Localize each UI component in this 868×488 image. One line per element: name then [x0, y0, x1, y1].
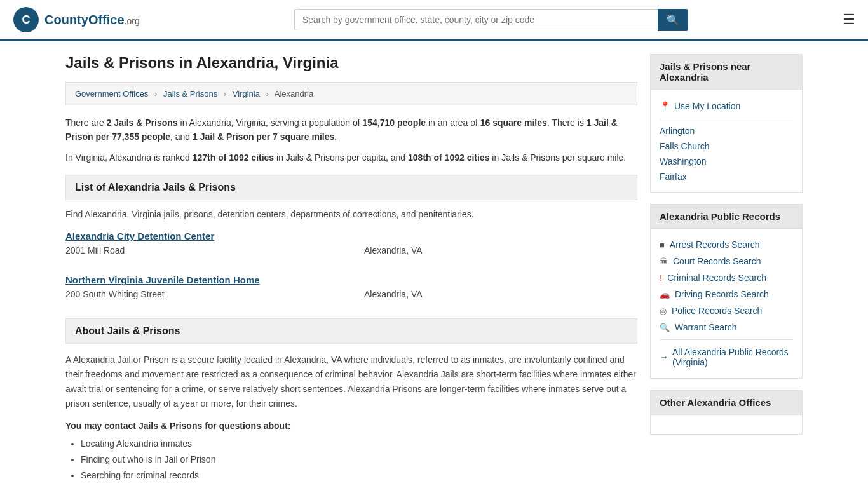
svg-text:C: C [22, 13, 31, 26]
menu-button[interactable]: ☰ [843, 11, 855, 28]
arrow-icon: → [660, 352, 668, 362]
all-records-link[interactable]: → All Alexandria Public Records (Virgini… [660, 344, 793, 370]
public-records-title: Alexandria Public Records [651, 205, 802, 229]
about-section-header: About Jails & Prisons [65, 318, 637, 344]
site-header: C CountyOffice.org 🔍 ☰ [0, 0, 868, 41]
location-icon: 📍 [660, 101, 670, 111]
breadcrumb-current: Alexandria [275, 89, 313, 98]
nearby-link-washington[interactable]: Washington [660, 154, 793, 169]
list-section-desc: Find Alexandria, Virginia jails, prisons… [65, 209, 637, 219]
facility-address: 200 South Whiting Street [65, 289, 339, 299]
pr-item: ◎ Police Records Search [660, 302, 793, 319]
pr-item: 🔍 Warrant Search [660, 319, 793, 336]
driving-icon: 🚗 [660, 290, 670, 299]
police-icon: ◎ [660, 306, 667, 316]
warrant-search-link[interactable]: Warrant Search [675, 322, 737, 332]
facility-name-link[interactable]: Northern Virginia Juvenile Detention Hom… [65, 274, 637, 285]
nearby-box: Jails & Prisons near Alexandria 📍 Use My… [650, 54, 803, 193]
list-item: Locating Alexandria inmates [81, 436, 637, 452]
pr-item: ! Criminal Records Search [660, 269, 793, 286]
pr-item: 🚗 Driving Records Search [660, 286, 793, 302]
sidebar: Jails & Prisons near Alexandria 📍 Use My… [650, 54, 803, 484]
facility-item: Northern Virginia Juvenile Detention Hom… [65, 274, 637, 306]
nearby-box-title: Jails & Prisons near Alexandria [651, 55, 802, 90]
contact-list: Locating Alexandria inmates Finding out … [65, 436, 637, 484]
intro-paragraph-2: In Virginia, Alexandria is ranked 127th … [65, 151, 637, 165]
facility-address: 2001 Mill Road [65, 245, 339, 255]
page-title: Jails & Prisons in Alexandria, Virginia [65, 54, 637, 72]
court-records-link[interactable]: Court Records Search [673, 256, 761, 266]
page-wrapper: Jails & Prisons in Alexandria, Virginia … [53, 41, 815, 488]
search-button[interactable]: 🔍 [658, 9, 688, 31]
main-content: Jails & Prisons in Alexandria, Virginia … [65, 54, 637, 484]
court-icon: 🏛 [660, 257, 668, 266]
facility-name-link[interactable]: Alexandria City Detention Center [65, 231, 637, 241]
hamburger-icon: ☰ [843, 11, 855, 27]
pr-item: ■ Arrest Records Search [660, 236, 793, 253]
facility-city: Alexandria, VA [364, 245, 637, 255]
other-offices-title: Other Alexandria Offices [651, 391, 802, 415]
nearby-link-falls-church[interactable]: Falls Church [660, 139, 793, 154]
police-records-link[interactable]: Police Records Search [672, 306, 762, 316]
nearby-link-arlington[interactable]: Arlington [660, 123, 793, 139]
breadcrumb-link-jails[interactable]: Jails & Prisons [163, 89, 217, 98]
search-input[interactable] [294, 9, 658, 30]
intro-paragraph-1: There are 2 Jails & Prisons in Alexandri… [65, 116, 637, 144]
public-records-box: Alexandria Public Records ■ Arrest Recor… [650, 204, 803, 379]
about-section-text: A Alexandria Jail or Prison is a secure … [65, 353, 637, 411]
warrant-icon: 🔍 [660, 323, 670, 332]
contact-header: You may contact Jails & Prisons for ques… [65, 421, 637, 431]
use-location-link[interactable]: 📍 Use My Location [660, 97, 793, 115]
driving-records-link[interactable]: Driving Records Search [675, 289, 769, 299]
search-area: 🔍 [294, 9, 688, 31]
logo: C CountyOffice.org [13, 6, 140, 33]
facility-city: Alexandria, VA [364, 289, 637, 299]
arrest-icon: ■ [660, 240, 665, 250]
breadcrumb-link-govt[interactable]: Government Offices [75, 89, 148, 98]
criminal-records-link[interactable]: Criminal Records Search [667, 273, 766, 283]
criminal-icon: ! [660, 273, 662, 283]
logo-text: CountyOffice.org [44, 13, 140, 27]
list-section-header: List of Alexandria Jails & Prisons [65, 175, 637, 200]
logo-icon: C [13, 6, 39, 33]
nearby-link-fairfax[interactable]: Fairfax [660, 169, 793, 184]
facility-item: Alexandria City Detention Center 2001 Mi… [65, 231, 637, 262]
list-item: Finding out who is in Jail or Prison [81, 452, 637, 468]
arrest-records-link[interactable]: Arrest Records Search [670, 240, 760, 250]
breadcrumb-link-virginia[interactable]: Virginia [233, 89, 260, 98]
pr-item: 🏛 Court Records Search [660, 253, 793, 269]
list-item: Searching for criminal records [81, 468, 637, 484]
breadcrumb: Government Offices › Jails & Prisons › V… [65, 82, 637, 105]
other-offices-box: Other Alexandria Offices [650, 390, 803, 435]
search-icon: 🔍 [667, 15, 679, 25]
